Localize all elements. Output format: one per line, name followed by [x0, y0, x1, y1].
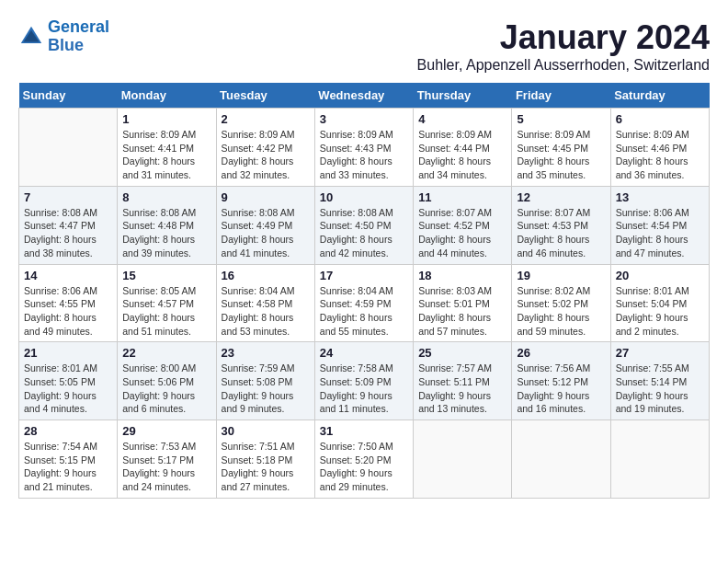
title-area: January 2024 Buhler, Appenzell Ausserrho…	[417, 18, 710, 74]
day-number: 30	[222, 424, 310, 438]
calendar-cell: 25Sunrise: 7:57 AM Sunset: 5:11 PM Dayli…	[414, 342, 512, 420]
day-info: Sunrise: 7:57 AM Sunset: 5:11 PM Dayligh…	[418, 362, 506, 416]
day-info: Sunrise: 8:01 AM Sunset: 5:04 PM Dayligh…	[616, 284, 704, 339]
calendar-cell: 16Sunrise: 8:04 AM Sunset: 4:58 PM Dayli…	[216, 264, 314, 342]
day-number: 17	[320, 269, 408, 282]
day-number: 18	[418, 269, 506, 282]
logo-line1: General	[48, 17, 109, 36]
day-info: Sunrise: 8:06 AM Sunset: 4:55 PM Dayligh…	[24, 284, 112, 339]
calendar-cell: 27Sunrise: 7:55 AM Sunset: 5:14 PM Dayli…	[610, 342, 709, 420]
day-number: 19	[517, 269, 605, 282]
day-info: Sunrise: 7:53 AM Sunset: 5:17 PM Dayligh…	[122, 440, 210, 494]
day-info: Sunrise: 8:02 AM Sunset: 5:02 PM Dayligh…	[517, 284, 605, 339]
day-number: 20	[616, 269, 704, 282]
day-info: Sunrise: 7:51 AM Sunset: 5:18 PM Dayligh…	[222, 440, 310, 494]
day-info: Sunrise: 8:09 AM Sunset: 4:46 PM Dayligh…	[616, 128, 704, 182]
day-info: Sunrise: 8:09 AM Sunset: 4:41 PM Dayligh…	[122, 128, 210, 182]
calendar-cell: 8Sunrise: 8:08 AM Sunset: 4:48 PM Daylig…	[118, 186, 216, 264]
month-title: January 2024	[417, 18, 710, 57]
day-info: Sunrise: 8:09 AM Sunset: 4:44 PM Dayligh…	[418, 128, 506, 182]
day-number: 14	[24, 269, 112, 282]
calendar-cell: 19Sunrise: 8:02 AM Sunset: 5:02 PM Dayli…	[512, 264, 610, 342]
day-info: Sunrise: 7:54 AM Sunset: 5:15 PM Dayligh…	[24, 440, 112, 494]
calendar-cell: 20Sunrise: 8:01 AM Sunset: 5:04 PM Dayli…	[610, 264, 709, 342]
calendar-table: SundayMondayTuesdayWednesdayThursdayFrid…	[18, 83, 710, 499]
day-number: 31	[320, 424, 408, 438]
calendar-cell: 29Sunrise: 7:53 AM Sunset: 5:17 PM Dayli…	[118, 420, 216, 499]
day-info: Sunrise: 8:01 AM Sunset: 5:05 PM Dayligh…	[24, 362, 112, 416]
day-info: Sunrise: 8:03 AM Sunset: 5:01 PM Dayligh…	[418, 284, 506, 339]
calendar-cell: 13Sunrise: 8:06 AM Sunset: 4:54 PM Dayli…	[610, 186, 709, 264]
calendar-week-row: 28Sunrise: 7:54 AM Sunset: 5:15 PM Dayli…	[19, 420, 710, 499]
calendar-week-row: 7Sunrise: 8:08 AM Sunset: 4:47 PM Daylig…	[19, 186, 710, 264]
calendar-cell: 1Sunrise: 8:09 AM Sunset: 4:41 PM Daylig…	[118, 109, 216, 187]
weekday-header-saturday: Saturday	[610, 83, 709, 109]
weekday-header-tuesday: Tuesday	[216, 83, 314, 109]
weekday-header-thursday: Thursday	[414, 83, 512, 109]
calendar-cell: 17Sunrise: 8:04 AM Sunset: 4:59 PM Dayli…	[314, 264, 413, 342]
day-info: Sunrise: 7:56 AM Sunset: 5:12 PM Dayligh…	[517, 362, 605, 416]
calendar-cell: 3Sunrise: 8:09 AM Sunset: 4:43 PM Daylig…	[314, 109, 413, 187]
day-info: Sunrise: 8:06 AM Sunset: 4:54 PM Dayligh…	[616, 206, 704, 260]
day-number: 9	[222, 190, 310, 204]
day-info: Sunrise: 8:07 AM Sunset: 4:53 PM Dayligh…	[517, 206, 605, 260]
day-info: Sunrise: 7:55 AM Sunset: 5:14 PM Dayligh…	[616, 362, 704, 416]
day-info: Sunrise: 8:09 AM Sunset: 4:43 PM Dayligh…	[320, 128, 408, 182]
day-number: 26	[517, 346, 605, 360]
day-info: Sunrise: 8:09 AM Sunset: 4:45 PM Dayligh…	[517, 128, 605, 182]
day-number: 10	[320, 190, 408, 204]
calendar-cell	[19, 109, 118, 187]
day-info: Sunrise: 8:04 AM Sunset: 4:59 PM Dayligh…	[320, 284, 408, 339]
day-number: 29	[122, 424, 210, 438]
logo: General Blue	[18, 18, 109, 55]
day-info: Sunrise: 7:50 AM Sunset: 5:20 PM Dayligh…	[320, 440, 408, 494]
day-number: 5	[517, 112, 605, 126]
calendar-cell: 2Sunrise: 8:09 AM Sunset: 4:42 PM Daylig…	[216, 109, 314, 187]
calendar-cell	[610, 420, 709, 499]
day-number: 7	[24, 190, 112, 204]
calendar-week-row: 21Sunrise: 8:01 AM Sunset: 5:05 PM Dayli…	[19, 342, 710, 420]
calendar-cell: 30Sunrise: 7:51 AM Sunset: 5:18 PM Dayli…	[216, 420, 314, 499]
day-number: 25	[418, 346, 506, 360]
logo-text: General Blue	[48, 18, 109, 55]
calendar-cell: 24Sunrise: 7:58 AM Sunset: 5:09 PM Dayli…	[314, 342, 413, 420]
calendar-cell: 26Sunrise: 7:56 AM Sunset: 5:12 PM Dayli…	[512, 342, 610, 420]
calendar-cell: 28Sunrise: 7:54 AM Sunset: 5:15 PM Dayli…	[19, 420, 118, 499]
day-number: 3	[320, 112, 408, 126]
day-info: Sunrise: 8:08 AM Sunset: 4:50 PM Dayligh…	[320, 206, 408, 260]
logo-line2: Blue	[48, 36, 84, 54]
day-info: Sunrise: 8:04 AM Sunset: 4:58 PM Dayligh…	[222, 284, 310, 339]
day-number: 11	[418, 190, 506, 204]
calendar-cell: 10Sunrise: 8:08 AM Sunset: 4:50 PM Dayli…	[314, 186, 413, 264]
day-info: Sunrise: 8:07 AM Sunset: 4:52 PM Dayligh…	[418, 206, 506, 260]
day-number: 21	[24, 346, 112, 360]
location-title: Buhler, Appenzell Ausserrhoden, Switzerl…	[417, 57, 710, 74]
calendar-cell: 14Sunrise: 8:06 AM Sunset: 4:55 PM Dayli…	[19, 264, 118, 342]
weekday-header-sunday: Sunday	[19, 83, 118, 109]
weekday-header-wednesday: Wednesday	[314, 83, 413, 109]
calendar-week-row: 1Sunrise: 8:09 AM Sunset: 4:41 PM Daylig…	[19, 109, 710, 187]
calendar-cell: 12Sunrise: 8:07 AM Sunset: 4:53 PM Dayli…	[512, 186, 610, 264]
calendar-cell: 11Sunrise: 8:07 AM Sunset: 4:52 PM Dayli…	[414, 186, 512, 264]
calendar-cell: 31Sunrise: 7:50 AM Sunset: 5:20 PM Dayli…	[314, 420, 413, 499]
calendar-cell: 7Sunrise: 8:08 AM Sunset: 4:47 PM Daylig…	[19, 186, 118, 264]
day-number: 27	[616, 346, 704, 360]
day-number: 16	[222, 269, 310, 282]
calendar-cell: 22Sunrise: 8:00 AM Sunset: 5:06 PM Dayli…	[118, 342, 216, 420]
day-number: 8	[122, 190, 210, 204]
day-info: Sunrise: 8:08 AM Sunset: 4:49 PM Dayligh…	[222, 206, 310, 260]
header: General Blue January 2024 Buhler, Appenz…	[18, 18, 710, 74]
weekday-header-friday: Friday	[512, 83, 610, 109]
day-number: 22	[122, 346, 210, 360]
day-info: Sunrise: 8:08 AM Sunset: 4:47 PM Dayligh…	[24, 206, 112, 260]
calendar-cell: 5Sunrise: 8:09 AM Sunset: 4:45 PM Daylig…	[512, 109, 610, 187]
day-number: 12	[517, 190, 605, 204]
calendar-cell: 4Sunrise: 8:09 AM Sunset: 4:44 PM Daylig…	[414, 109, 512, 187]
calendar-cell: 21Sunrise: 8:01 AM Sunset: 5:05 PM Dayli…	[19, 342, 118, 420]
day-number: 6	[616, 112, 704, 126]
day-info: Sunrise: 8:09 AM Sunset: 4:42 PM Dayligh…	[222, 128, 310, 182]
logo-icon	[18, 24, 44, 50]
day-number: 2	[222, 112, 310, 126]
calendar-cell: 15Sunrise: 8:05 AM Sunset: 4:57 PM Dayli…	[118, 264, 216, 342]
day-number: 1	[122, 112, 210, 126]
